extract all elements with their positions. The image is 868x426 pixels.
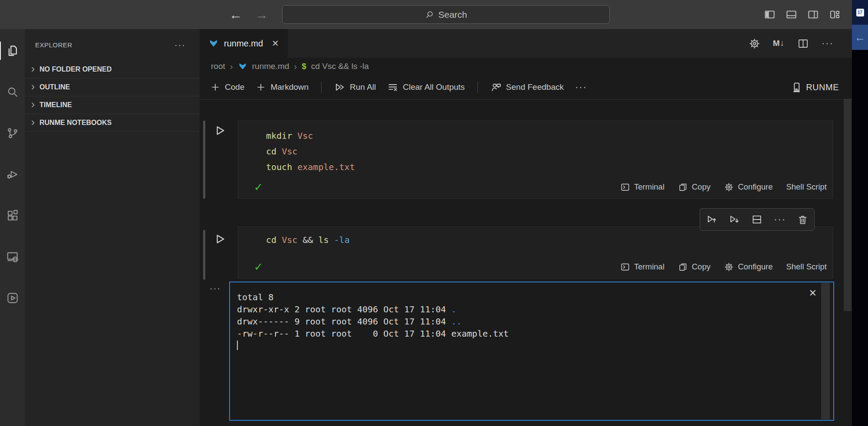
code-cell-1[interactable]: mkdir Vsc cd Vsc touch example.txt ✓ Ter…: [238, 121, 833, 199]
background-window-toolbar: ←: [852, 25, 868, 50]
activity-explorer[interactable]: [0, 40, 25, 61]
chevron-right-icon: [29, 83, 37, 92]
title-bar: ← → Search: [0, 0, 852, 29]
history-nav: ← →: [229, 0, 268, 29]
run-all-icon: [334, 82, 345, 93]
layout-controls: [764, 0, 841, 29]
copy-icon: [678, 262, 688, 272]
toggle-primary-sidebar-icon[interactable]: [764, 9, 776, 20]
more-actions-icon[interactable]: ···: [822, 38, 834, 49]
copy-label: Copy: [692, 262, 710, 272]
play-icon: [213, 232, 227, 246]
search-placeholder: Search: [438, 10, 467, 20]
explorer-sidebar: EXPLORER ··· NO FOLDER OPENED OUTLINE TI…: [25, 29, 200, 426]
customize-layout-icon[interactable]: [829, 9, 841, 20]
runme-logo-icon: [208, 38, 219, 49]
plus-icon: [210, 82, 220, 92]
section-timeline[interactable]: TIMELINE: [25, 96, 200, 114]
tab-runme-md[interactable]: runme.md ✕: [200, 29, 288, 58]
copy-button[interactable]: Copy: [678, 182, 710, 192]
back-arrow-icon: ←: [855, 31, 865, 44]
search-icon: [425, 10, 434, 20]
add-markdown-button[interactable]: Markdown: [256, 82, 309, 92]
close-output-icon[interactable]: ✕: [809, 288, 817, 299]
toolbar-more-icon[interactable]: ···: [575, 82, 587, 93]
tab-label: runme.md: [224, 39, 263, 49]
runme-logo-icon: [238, 62, 247, 71]
output-line: drwx------ 9 root root 4096 Oct 17 11:04…: [237, 315, 833, 328]
tab-close-icon[interactable]: ✕: [272, 38, 279, 49]
language-label: Shell Script: [786, 262, 827, 272]
chevron-right-icon: [29, 101, 37, 109]
terminal-button[interactable]: Terminal: [620, 182, 664, 192]
gear-icon[interactable]: [749, 38, 760, 49]
code-cell-2[interactable]: cd Vsc && ls -la ✓ Terminal Copy: [238, 226, 833, 279]
run-cell-button[interactable]: [213, 232, 227, 246]
forward-arrow-icon[interactable]: →: [255, 7, 268, 22]
send-feedback-label: Send Feedback: [506, 82, 564, 92]
chevron-right-icon: [29, 118, 37, 127]
terminal-cursor: [237, 341, 238, 350]
code-line: cd Vsc && ls -la: [266, 232, 833, 248]
section-label: RUNME NOTEBOOKS: [39, 119, 112, 127]
execute-above-icon[interactable]: [706, 214, 717, 225]
activity-bar: [0, 29, 25, 426]
delete-cell-icon[interactable]: [797, 214, 808, 225]
breadcrumb-separator: ›: [230, 61, 233, 72]
copy-button[interactable]: Copy: [678, 262, 710, 272]
section-runme-notebooks[interactable]: RUNME NOTEBOOKS: [25, 114, 200, 131]
breadcrumb-separator: ›: [294, 61, 297, 72]
editor-scrollbar[interactable]: [844, 99, 852, 311]
activity-search[interactable]: [0, 82, 25, 102]
output-scrollbar[interactable]: [821, 283, 830, 419]
add-code-button[interactable]: Code: [210, 82, 244, 92]
configure-button[interactable]: Configure: [724, 182, 773, 192]
send-feedback-button[interactable]: Send Feedback: [490, 82, 564, 93]
terminal-button[interactable]: Terminal: [620, 262, 664, 272]
configure-label: Configure: [738, 182, 773, 192]
extensions-icon: [6, 209, 19, 222]
language-picker[interactable]: Shell Script: [786, 262, 827, 272]
activity-extensions[interactable]: [0, 205, 25, 226]
files-icon: [6, 44, 19, 57]
run-cell-button[interactable]: [213, 124, 227, 138]
terminal-output[interactable]: total 8 drwxr-xr-x 2 root root 4096 Oct …: [229, 282, 834, 421]
section-no-folder-opened[interactable]: NO FOLDER OPENED: [25, 60, 200, 78]
clear-all-outputs-button[interactable]: Clear All Outputs: [387, 82, 465, 93]
breadcrumb-file[interactable]: runme.md: [252, 62, 289, 71]
output-cursor-line: [237, 340, 833, 352]
language-picker[interactable]: Shell Script: [786, 182, 827, 192]
success-check-icon: ✓: [254, 181, 263, 193]
activity-remote-explorer[interactable]: [0, 246, 25, 267]
notebook-toolbar: Code Markdown Run All Clear All Outputs …: [200, 75, 852, 100]
feedback-person-icon: [490, 82, 502, 93]
gear-icon: [724, 182, 734, 192]
execute-below-icon[interactable]: [729, 214, 740, 225]
code-line: cd Vsc: [266, 144, 833, 159]
breadcrumb-command[interactable]: cd Vsc && ls -la: [311, 62, 369, 71]
copy-label: Copy: [692, 182, 710, 192]
toggle-secondary-sidebar-icon[interactable]: [807, 9, 819, 20]
sidebar-header: EXPLORER ···: [25, 35, 200, 54]
back-arrow-icon[interactable]: ←: [229, 7, 242, 22]
section-label: OUTLINE: [39, 83, 70, 91]
configure-button[interactable]: Configure: [724, 262, 773, 272]
activity-source-control[interactable]: [0, 123, 25, 144]
clear-outputs-icon: [387, 82, 398, 93]
cell-code[interactable]: mkdir Vsc cd Vsc touch example.txt: [238, 121, 833, 175]
cell-focus-bar: [203, 230, 205, 280]
split-editor-icon[interactable]: [797, 38, 809, 49]
toggle-panel-icon[interactable]: [786, 9, 797, 20]
command-center-search[interactable]: Search: [282, 5, 610, 24]
section-outline[interactable]: OUTLINE: [25, 78, 200, 96]
sidebar-more-actions[interactable]: ···: [174, 40, 186, 50]
cell-more-actions-icon[interactable]: ···: [774, 214, 786, 225]
output-more-actions-icon[interactable]: ···: [210, 283, 221, 293]
activity-run-debug[interactable]: [0, 164, 25, 185]
breadcrumb-root[interactable]: root: [211, 62, 225, 71]
output-line: drwxr-xr-x 2 root root 4096 Oct 17 11:04…: [237, 303, 833, 315]
markdown-preview-icon[interactable]: M↓: [773, 39, 785, 48]
run-all-button[interactable]: Run All: [334, 82, 376, 93]
split-cell-icon[interactable]: [751, 214, 763, 225]
activity-runme-notebooks[interactable]: [0, 288, 25, 308]
